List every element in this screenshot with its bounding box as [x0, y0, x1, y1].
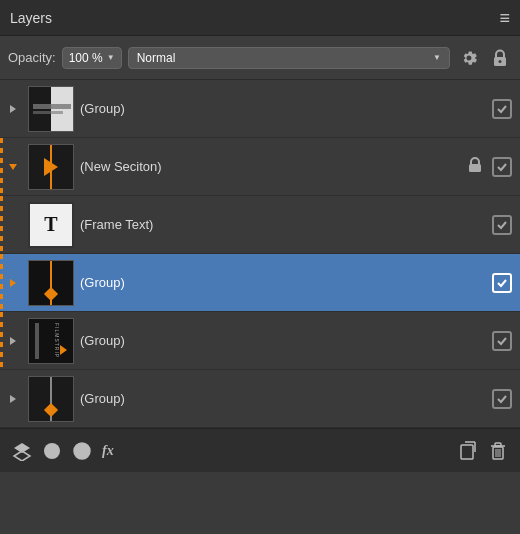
blend-mode-dropdown[interactable]: Normal ▼: [128, 47, 450, 69]
layer-thumbnail: [28, 376, 74, 422]
layer-lock-icon[interactable]: [468, 157, 482, 176]
blend-mode-value: Normal: [137, 51, 176, 65]
layer-name: (New Seciton): [80, 159, 462, 174]
expand-arrow-icon[interactable]: [4, 274, 22, 292]
layers-stack-icon: [12, 441, 32, 461]
gear-icon: [460, 49, 478, 67]
layer-visibility-checkbox[interactable]: [492, 273, 512, 293]
opacity-value: 100 %: [69, 51, 103, 65]
layers-icon[interactable]: [12, 441, 32, 461]
svg-marker-7: [10, 395, 16, 403]
layer-thumbnail: [28, 144, 74, 190]
bottom-right-tools: [458, 441, 508, 461]
layer-thumbnail: T: [28, 202, 74, 248]
svg-point-1: [499, 60, 502, 63]
layer-name: (Group): [80, 333, 486, 348]
circle-button[interactable]: [42, 441, 62, 461]
svg-rect-4: [469, 164, 481, 172]
expand-arrow-icon[interactable]: [4, 158, 22, 176]
layer-visibility-checkbox[interactable]: [492, 215, 512, 235]
new-layer-icon: [458, 441, 478, 461]
layer-row[interactable]: (Group): [0, 80, 520, 138]
layer-name: (Group): [80, 391, 486, 406]
title-bar: Layers ≡: [0, 0, 520, 36]
layer-name: (Group): [80, 275, 486, 290]
layer-name: (Frame Text): [80, 217, 486, 232]
new-layer-button[interactable]: [458, 441, 478, 461]
layer-visibility-checkbox[interactable]: [492, 389, 512, 409]
expand-arrow-icon[interactable]: [4, 390, 22, 408]
opacity-control[interactable]: 100 % ▼: [62, 47, 122, 69]
svg-rect-18: [495, 443, 501, 446]
panel-title: Layers: [10, 10, 52, 26]
trash-icon: [488, 441, 508, 461]
half-circle-button[interactable]: [72, 441, 92, 461]
expand-arrow-icon[interactable]: [4, 332, 22, 350]
lock-icon: [492, 49, 508, 67]
layer-row[interactable]: FILMSTRIP (Group): [0, 312, 520, 370]
half-circle-icon: [72, 441, 92, 461]
opacity-label: Opacity:: [8, 50, 56, 65]
lock-button[interactable]: [488, 47, 512, 69]
svg-marker-2: [10, 105, 16, 113]
expand-arrow-icon[interactable]: [4, 100, 22, 118]
expand-arrow-icon[interactable]: [4, 216, 22, 234]
svg-point-10: [44, 443, 60, 459]
layer-visibility-checkbox[interactable]: [492, 99, 512, 119]
circle-icon: [42, 441, 62, 461]
opacity-chevron-icon: ▼: [107, 53, 115, 62]
bottom-toolbar: fx: [0, 428, 520, 472]
layer-thumbnail: [28, 260, 74, 306]
svg-marker-5: [10, 279, 16, 287]
toolbar: Opacity: 100 % ▼ Normal ▼: [0, 36, 520, 80]
menu-button[interactable]: ≡: [499, 9, 510, 27]
layer-thumbnail: FILMSTRIP: [28, 318, 74, 364]
layer-row[interactable]: (Group): [0, 254, 520, 312]
layer-visibility-checkbox[interactable]: [492, 331, 512, 351]
layer-row[interactable]: (New Seciton): [0, 138, 520, 196]
layer-name: (Group): [80, 101, 486, 116]
fx-button[interactable]: fx: [102, 443, 114, 459]
layers-list: (Group) (New Seciton)T(Frame Text) (Grou…: [0, 80, 520, 428]
svg-marker-3: [9, 164, 17, 170]
svg-marker-6: [10, 337, 16, 345]
bottom-left-tools: fx: [12, 441, 114, 461]
gear-button[interactable]: [456, 47, 482, 69]
delete-button[interactable]: [488, 441, 508, 461]
layer-row[interactable]: T(Frame Text): [0, 196, 520, 254]
layer-row[interactable]: (Group): [0, 370, 520, 428]
blend-mode-chevron-icon: ▼: [433, 53, 441, 62]
layer-thumbnail: [28, 86, 74, 132]
layer-visibility-checkbox[interactable]: [492, 157, 512, 177]
svg-rect-13: [461, 445, 473, 459]
